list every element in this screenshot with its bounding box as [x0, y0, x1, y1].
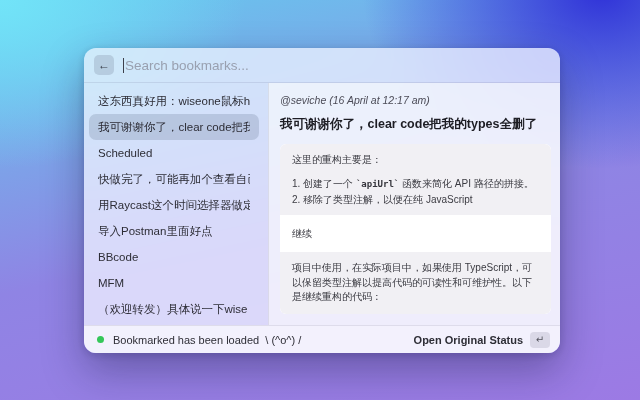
refactor-followup: 项目中使用，在实际项目中，如果使用 TypeScript，可以保留类型注解以提高… — [292, 261, 539, 305]
preview-pane: @seviche (16 April at 12:17 am) 我可谢谢你了，c… — [268, 83, 560, 325]
list-item-label: 导入Postman里面好点 — [98, 224, 212, 239]
list-item-label: 用Raycast这个时间选择器做定时很方... — [98, 198, 250, 213]
refactor-item-1-tail: 函数来简化 API 路径的拼接。 — [399, 178, 533, 189]
open-original-status-label: Open Original Status — [414, 334, 523, 346]
list-item-label: 这东西真好用：wiseone鼠标hover到... — [98, 94, 250, 109]
desktop-background: { "colors": { "bg_cyan": "#72e4f8", "bg_… — [0, 0, 640, 400]
status-title: 我可谢谢你了，clear code把我的types全删了 — [280, 116, 551, 132]
list-item[interactable]: 用Raycast这个时间选择器做定时很方... — [89, 192, 259, 218]
bookmark-list: 这东西真好用：wiseone鼠标hover到... 我可谢谢你了，clear c… — [84, 83, 268, 325]
enter-key-icon: ↵ — [530, 332, 550, 348]
list-item[interactable]: Scheduled — [89, 140, 259, 166]
list-item[interactable]: BBcode — [89, 244, 259, 270]
status-author: @seviche (16 April at 12:17 am) — [280, 93, 551, 107]
inline-code: `apiUrl` — [356, 179, 399, 189]
refactor-item-1: 1. 创建了一个 `apiUrl` 函数来简化 API 路径的拼接。 — [292, 177, 539, 191]
status-body: 这里的重构主要是： 1. 创建了一个 `apiUrl` 函数来简化 API 路径… — [280, 144, 551, 314]
status-message: Bookmarked has been loaded \ (^o^) / — [113, 334, 301, 346]
list-item[interactable]: （欢迎转发）具体说一下wise fraud让... — [89, 296, 259, 322]
refactor-item-1-text: 1. 创建了一个 — [292, 178, 356, 189]
search-input[interactable] — [125, 58, 550, 73]
refactor-intro: 这里的重构主要是： — [292, 153, 539, 166]
status-dot-icon — [97, 336, 104, 343]
raycast-window: ← 这东西真好用：wiseone鼠标hover到... 我可谢谢你了，clear… — [84, 48, 560, 353]
list-item-label: （欢迎转发）具体说一下wise fraud让... — [98, 302, 250, 317]
status-bar: Bookmarked has been loaded \ (^o^) / Ope… — [84, 325, 560, 353]
paragraph-continue: 继续 — [280, 215, 551, 252]
list-item[interactable]: MFM — [89, 270, 259, 296]
quote-block-2: 项目中使用，在实际项目中，如果使用 TypeScript，可以保留类型注解以提高… — [280, 252, 551, 314]
list-item-label: 我可谢谢你了，clear code把我的type... — [98, 120, 250, 135]
list-item[interactable]: 这东西真好用：wiseone鼠标hover到... — [89, 88, 259, 114]
quote-block-1: 这里的重构主要是： 1. 创建了一个 `apiUrl` 函数来简化 API 路径… — [280, 144, 551, 215]
back-button[interactable]: ← — [94, 55, 114, 75]
back-arrow-icon: ← — [98, 58, 110, 72]
list-item-label: MFM — [98, 277, 124, 289]
search-field-wrap — [123, 48, 550, 82]
refactor-item-2: 2. 移除了类型注解，以便在纯 JavaScript — [292, 193, 539, 206]
list-item[interactable]: 快做完了，可能再加个查看自己贴文的... — [89, 166, 259, 192]
search-header: ← — [84, 48, 560, 83]
open-original-status-button[interactable]: Open Original Status ↵ — [414, 330, 550, 350]
list-item-label: 快做完了，可能再加个查看自己贴文的... — [98, 172, 250, 187]
text-caret — [123, 58, 124, 73]
list-item-label: BBcode — [98, 251, 138, 263]
list-item[interactable]: 导入Postman里面好点 — [89, 218, 259, 244]
list-item-label: Scheduled — [98, 147, 152, 159]
main-area: 这东西真好用：wiseone鼠标hover到... 我可谢谢你了，clear c… — [84, 83, 560, 325]
list-item-selected[interactable]: 我可谢谢你了，clear code把我的type... — [89, 114, 259, 140]
